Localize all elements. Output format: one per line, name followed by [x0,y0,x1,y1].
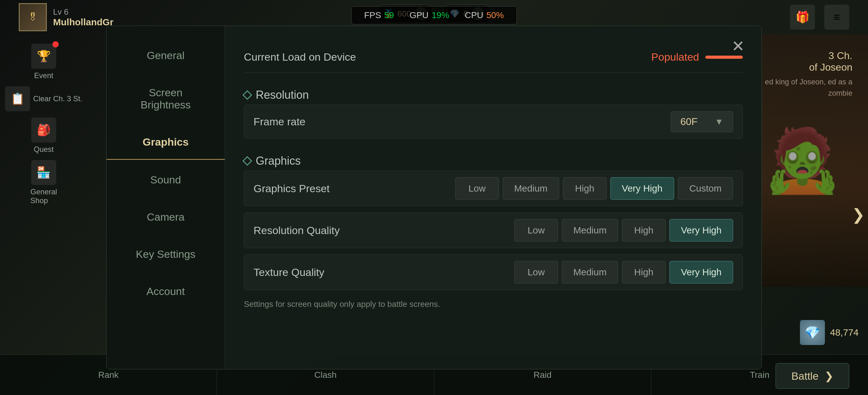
sidebar-item-camera[interactable]: Camera [106,200,225,234]
tq-very-high-button[interactable]: Very High [670,261,733,283]
tq-medium-button[interactable]: Medium [562,261,618,283]
quest-label: Quest [34,145,54,154]
fps-value: 59 [384,10,394,20]
dropdown-arrow-icon: ▼ [715,117,723,127]
resolution-quality-row: Resolution Quality Low Medium High Very … [244,213,743,248]
resolution-quality-label: Resolution Quality [253,224,340,236]
gpu-display: GPU 19% [410,10,449,20]
preset-medium-button[interactable]: Medium [503,177,559,200]
settings-content: Current Load on Device Populated Resolut… [225,26,762,369]
resolution-header: Resolution [244,85,743,105]
player-level: Lv 6 [53,7,113,17]
gold-total: 48,774 [830,327,859,338]
player-info: Lv 6 MulhollandGr [53,7,113,28]
hud-right-section: 🎁 ≡ [790,5,849,30]
general-shop-icon: 🏪 [31,160,56,185]
frame-rate-label: Frame rate [253,116,305,128]
gpu-value: 19% [432,10,449,20]
event-label: Event [34,71,53,80]
rq-low-button[interactable]: Low [514,219,558,242]
preset-high-button[interactable]: High [563,177,607,200]
hud-left-section: 🎖 Lv 6 MulhollandGr [19,3,113,31]
sidebar-item-graphics[interactable]: Graphics [106,125,225,160]
inventory-icon[interactable]: 🎁 [790,5,815,30]
sidebar-item-sound[interactable]: Sound [106,163,225,197]
battle-arrow-icon: ❯ [825,370,833,382]
graphics-title: Graphics [256,154,301,168]
sidebar-item-account[interactable]: Account [106,274,225,308]
general-shop-label: GeneralShop [30,188,57,205]
fps-display: FPS 59 [364,10,394,20]
sidebar-item-screen-brightness[interactable]: ScreenBrightness [106,76,225,122]
resolution-title: Resolution [256,88,309,102]
texture-quality-label: Texture Quality [253,266,324,278]
preset-very-high-button[interactable]: Very High [611,177,674,200]
gold-count-display: 💎 48,774 [800,320,859,345]
cpu-display: CPU 50% [465,10,504,20]
rq-high-button[interactable]: High [622,219,666,242]
resolution-quality-buttons: Low Medium High Very High [514,219,733,242]
close-button[interactable]: ✕ [727,35,749,57]
quest-icon: 🎒 [31,117,56,142]
sidebar-item-key-settings[interactable]: Key Settings [106,237,225,271]
tq-high-button[interactable]: High [622,261,666,283]
graphics-section: Graphics Graphics Preset Low Medium High… [244,151,743,312]
preset-low-button[interactable]: Low [455,177,499,200]
rq-medium-button[interactable]: Medium [562,219,618,242]
graphics-header: Graphics [244,151,743,171]
frame-rate-dropdown[interactable]: 60F ▼ [671,111,733,132]
quality-note: Settings for screen quality only apply t… [244,296,743,312]
missions-nav-item[interactable]: 📋 Clear Ch. 3 St. [5,86,82,111]
game-left-nav: 🏆 Event 📋 Clear Ch. 3 St. 🎒 Quest 🏪 Gene… [0,34,87,395]
device-load-section: Current Load on Device Populated [244,41,743,73]
missions-label: Clear Ch. 3 St. [33,94,82,103]
graphics-preset-label: Graphics Preset [253,182,330,195]
graphics-diamond-icon [242,156,252,166]
graphics-preset-buttons: Low Medium High Very High Custom [455,177,733,200]
graphics-preset-row: Graphics Preset Low Medium High Very Hig… [244,171,743,206]
resolution-diamond-icon [242,90,252,100]
quest-nav-item[interactable]: 🎒 Quest [31,117,56,154]
preset-custom-button[interactable]: Custom [678,177,733,200]
event-nav-item[interactable]: 🏆 Event [31,44,56,80]
resolution-section: Resolution Frame rate 60F ▼ [244,85,743,139]
right-nav-arrow[interactable]: ❯ [852,206,865,224]
missions-icon: 📋 [5,86,30,111]
texture-quality-row: Texture Quality Low Medium High Very Hig… [244,254,743,290]
event-icon: 🏆 [31,44,56,69]
settings-sidebar: General ScreenBrightness Graphics Sound … [106,26,225,369]
event-badge [53,41,59,48]
frame-rate-value: 60F [680,116,698,128]
gem-chest-icon: 💎 [800,320,825,345]
menu-icon[interactable]: ≡ [824,5,849,30]
device-load-status: Populated [651,51,699,63]
battle-button[interactable]: Battle ❯ [776,363,849,389]
tq-low-button[interactable]: Low [514,261,558,283]
sidebar-item-general[interactable]: General [106,38,225,73]
avatar-icon: 🎖 [28,11,38,23]
device-load-label: Current Load on Device [244,51,356,63]
texture-quality-buttons: Low Medium High Very High [514,261,733,283]
performance-bar: FPS 59 GPU 19% CPU 50% [351,6,517,24]
settings-modal: ✕ General ScreenBrightness Graphics Soun… [106,26,762,369]
rq-very-high-button[interactable]: Very High [670,219,733,242]
general-shop-nav-item[interactable]: 🏪 GeneralShop [30,160,57,205]
frame-rate-row: Frame rate 60F ▼ [244,105,743,139]
cpu-value: 50% [487,10,504,20]
player-avatar[interactable]: 🎖 [19,3,47,31]
player-name: MulhollandGr [53,17,113,28]
